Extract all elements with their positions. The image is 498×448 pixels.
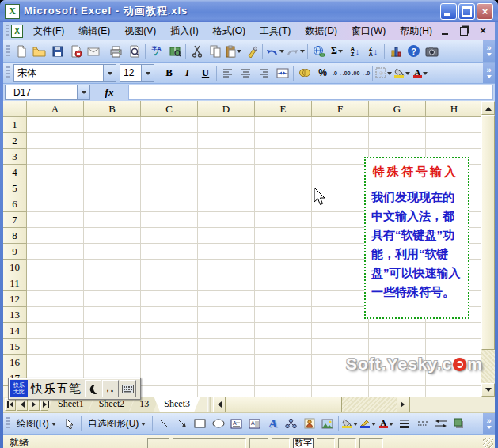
previous-sheet-button[interactable] xyxy=(17,398,28,411)
soft-keyboard-button[interactable] xyxy=(120,380,136,397)
autosum-button[interactable]: Σ xyxy=(328,43,346,60)
menu-item[interactable]: 视图(V) xyxy=(117,22,163,40)
toolbar-grip[interactable] xyxy=(6,45,10,58)
shape-fill-color-button[interactable] xyxy=(340,415,359,432)
permission-button[interactable] xyxy=(67,43,85,60)
autoshapes-menu-button[interactable]: 自选图形(U) xyxy=(83,415,151,432)
ime-bar[interactable]: 快乐无比 快乐五笔 ，。 xyxy=(8,378,141,400)
underline-button[interactable]: U xyxy=(196,64,215,82)
help-button[interactable]: ? xyxy=(405,43,423,60)
oval-button[interactable] xyxy=(209,415,227,432)
row-header[interactable]: 13 xyxy=(3,307,27,323)
row-header[interactable]: 12 xyxy=(3,291,27,307)
close-button[interactable]: × xyxy=(477,3,493,20)
chart-wizard-button[interactable] xyxy=(386,43,405,60)
decrease-decimal-button[interactable]: .00→.0 xyxy=(352,64,371,82)
vertical-scroll-thumb[interactable] xyxy=(481,115,495,350)
menu-item[interactable]: 编辑(E) xyxy=(71,22,117,40)
text-box-button[interactable]: A xyxy=(227,415,245,432)
camera-button[interactable] xyxy=(423,43,441,60)
fill-color-dropdown[interactable] xyxy=(405,72,410,78)
line-color-dropdown[interactable] xyxy=(371,423,376,428)
diagram-button[interactable] xyxy=(282,415,300,432)
font-color-dropdown[interactable] xyxy=(423,72,428,78)
scroll-up-button[interactable] xyxy=(481,101,495,115)
draw-font-color-button[interactable]: A xyxy=(377,415,395,432)
bold-button[interactable]: B xyxy=(160,64,178,82)
column-header[interactable]: B xyxy=(84,101,141,117)
email-button[interactable] xyxy=(85,43,103,60)
row-header[interactable]: 7 xyxy=(3,212,27,228)
row-header[interactable]: 3 xyxy=(3,149,27,165)
menu-item[interactable]: 数据(D) xyxy=(298,22,344,40)
column-header[interactable]: D xyxy=(198,101,255,117)
workbook-restore-button[interactable] xyxy=(458,26,469,36)
font-name-combo[interactable]: 宋体 xyxy=(13,64,116,82)
cut-button[interactable] xyxy=(188,43,206,60)
undo-button[interactable] xyxy=(264,43,285,60)
tab-split-handle[interactable] xyxy=(207,397,211,412)
line-style-button[interactable] xyxy=(395,415,413,432)
row-header[interactable]: 5 xyxy=(3,180,27,196)
toolbar-grip[interactable] xyxy=(6,66,10,79)
shape-fill-dropdown[interactable] xyxy=(353,423,358,428)
new-button[interactable] xyxy=(12,43,30,60)
row-header[interactable]: 1 xyxy=(3,117,27,133)
row-header[interactable]: 15 xyxy=(3,339,27,355)
toolbar-grip[interactable] xyxy=(6,417,10,430)
row-header[interactable]: 8 xyxy=(3,228,27,244)
hyperlink-button[interactable] xyxy=(310,43,328,60)
toolbar-options-button[interactable]: » xyxy=(483,413,495,434)
arrow-button[interactable] xyxy=(173,415,191,432)
line-button[interactable] xyxy=(154,415,173,432)
workbook-minimize-button[interactable] xyxy=(439,26,450,36)
row-header[interactable]: 2 xyxy=(3,133,27,149)
dash-style-button[interactable] xyxy=(413,415,431,432)
copy-button[interactable] xyxy=(206,43,224,60)
open-button[interactable] xyxy=(30,43,48,60)
toolbar-grip[interactable] xyxy=(6,25,9,37)
select-objects-button[interactable] xyxy=(61,415,79,432)
horizontal-scroll-thumb[interactable] xyxy=(226,397,342,412)
fullwidth-toggle-button[interactable] xyxy=(85,380,101,397)
first-sheet-button[interactable] xyxy=(5,398,16,411)
align-left-button[interactable] xyxy=(219,64,237,82)
currency-style-button[interactable] xyxy=(295,64,314,82)
borders-dropdown[interactable] xyxy=(387,72,392,78)
font-size-combo[interactable]: 12 xyxy=(120,64,142,82)
row-header[interactable]: 4 xyxy=(3,165,27,180)
vertical-text-box-button[interactable]: A xyxy=(245,415,264,432)
merge-center-button[interactable] xyxy=(273,64,291,82)
scroll-left-button[interactable] xyxy=(213,397,226,412)
next-sheet-button[interactable] xyxy=(29,398,40,411)
italic-button[interactable]: I xyxy=(178,64,196,82)
column-header[interactable]: C xyxy=(141,101,198,117)
vertical-scrollbar[interactable] xyxy=(481,101,495,397)
spelling-button[interactable]: 字A✓ xyxy=(147,43,165,60)
column-header[interactable]: A xyxy=(27,101,84,117)
redo-button[interactable] xyxy=(285,43,306,60)
sheet-tab[interactable]: Sheet3 xyxy=(154,397,200,412)
note-textbox[interactable]: 特殊符号输入 我们发现现在的中文输入法，都具有“软键盘”功能，利用“软键盘”可以… xyxy=(364,157,469,319)
redo-dropdown[interactable] xyxy=(300,50,305,55)
select-all-corner[interactable] xyxy=(3,101,27,117)
increase-decimal-button[interactable]: .0→.00 xyxy=(332,64,352,82)
arrow-style-button[interactable] xyxy=(431,415,450,432)
row-header[interactable]: 9 xyxy=(3,244,27,260)
name-box[interactable]: D17 xyxy=(5,85,77,100)
insert-picture-button[interactable] xyxy=(318,415,336,432)
row-header[interactable]: 16 xyxy=(3,355,27,370)
column-header[interactable]: H xyxy=(426,101,481,117)
autosum-dropdown[interactable] xyxy=(338,50,343,55)
menu-item[interactable]: 文件(F) xyxy=(26,22,71,40)
wordart-button[interactable]: A xyxy=(264,415,282,432)
row-header[interactable]: 11 xyxy=(3,275,27,291)
save-button[interactable] xyxy=(48,43,67,60)
menu-item[interactable]: 插入(I) xyxy=(163,22,205,40)
print-button[interactable] xyxy=(107,43,125,60)
punctuation-toggle-button[interactable]: ，。 xyxy=(102,380,119,397)
font-color-button[interactable]: A xyxy=(411,64,429,82)
scroll-down-button[interactable] xyxy=(481,383,495,397)
workbook-close-button[interactable]: × xyxy=(477,26,488,36)
clip-art-button[interactable] xyxy=(300,415,318,432)
